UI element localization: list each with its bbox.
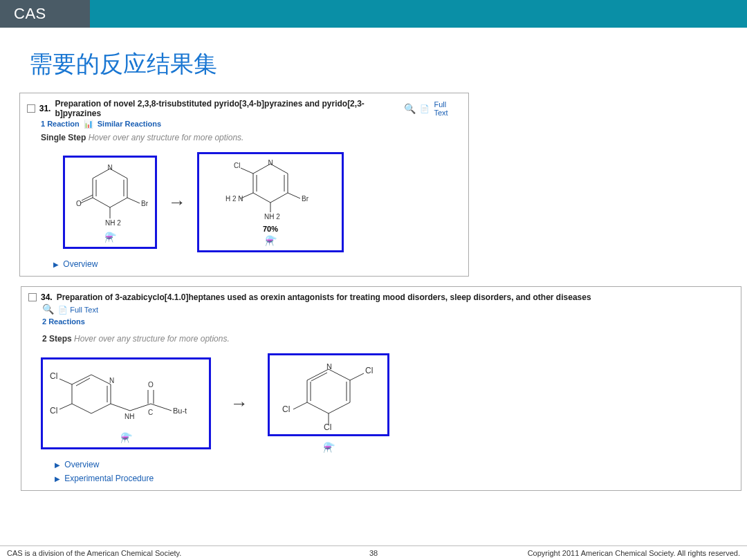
magnify-icon[interactable]: 🔍 <box>42 304 54 315</box>
svg-text:NH 2: NH 2 <box>264 213 280 221</box>
fulltext-icon[interactable]: 📄 <box>58 306 68 314</box>
reaction-links: 1 Reaction 📊 Similar Reactions <box>27 118 461 130</box>
step-label: Single Step Hover over any structure for… <box>27 130 461 152</box>
svg-text:H 2 N: H 2 N <box>225 195 243 203</box>
flask-icon[interactable]: ⚗️ <box>120 432 132 443</box>
triangle-icon: ▶ <box>55 461 60 469</box>
molecule-svg: N Cl Cl Cl <box>277 361 380 430</box>
experimental-procedure-link[interactable]: Experimental Procedure <box>64 474 154 483</box>
yield-label: 70% <box>263 225 278 233</box>
reaction-arrow-icon: → <box>168 192 186 213</box>
reaction-row: N O Br NH 2 ⚗️ → N Cl H <box>27 152 461 252</box>
svg-text:Bu-t: Bu-t <box>173 407 187 415</box>
svg-marker-40 <box>307 369 350 413</box>
result-card-31: 31. Preparation of novel 2,3,8-trisubsti… <box>19 93 469 277</box>
result-number: 34. <box>41 292 53 302</box>
overview-link-row: ▶ Overview <box>28 453 734 472</box>
fulltext-icon[interactable]: 📄 <box>420 104 430 113</box>
svg-text:NH 2: NH 2 <box>105 219 121 227</box>
structure-box-product[interactable]: N Cl H 2 N Br NH 2 70% ⚗️ <box>197 152 344 252</box>
molecule-svg: Cl Cl N NH C O Bu-t <box>50 365 202 430</box>
exp-proc-link-row: ▶ Experimental Procedure <box>28 472 734 486</box>
step-count: 2 Steps <box>42 334 72 344</box>
reaction-arrow-icon: → <box>230 393 248 414</box>
svg-line-26 <box>59 379 72 384</box>
reactions-link[interactable]: 2 Reactions <box>42 317 85 326</box>
footer-right: Copyright 2011 American Chemical Society… <box>528 549 740 557</box>
flask-icon[interactable]: ⚗️ <box>104 232 116 243</box>
svg-text:N: N <box>109 377 114 384</box>
slide-title: 需要的反应结果集 <box>0 28 747 93</box>
svg-text:N: N <box>326 362 332 371</box>
svg-text:O: O <box>76 200 82 207</box>
checkbox[interactable] <box>28 293 37 301</box>
svg-marker-0 <box>93 169 127 207</box>
reactions-link[interactable]: 1 Reaction <box>41 120 80 128</box>
svg-line-25 <box>76 378 90 386</box>
svg-text:N: N <box>268 160 273 167</box>
fulltext-link[interactable]: Full Text <box>434 100 461 117</box>
result-sublinks: 🔍 📄 Full Text <box>28 302 734 316</box>
step-count: Single Step <box>41 133 86 142</box>
svg-line-14 <box>241 168 253 174</box>
svg-text:Br: Br <box>302 195 309 203</box>
molecule-svg: N Cl H 2 N Br NH 2 <box>225 160 315 222</box>
svg-text:Cl: Cl <box>50 406 57 416</box>
magnify-icon[interactable]: 🔍 <box>404 103 416 114</box>
svg-line-44 <box>350 373 364 380</box>
result-header-row: 31. Preparation of novel 2,3,8-trisubsti… <box>27 99 461 118</box>
svg-text:N: N <box>107 164 112 171</box>
molecule-svg: N O Br NH 2 <box>72 163 148 230</box>
result-title[interactable]: Preparation of 3-azabicyclo[4.1.0]heptan… <box>57 292 591 302</box>
svg-line-27 <box>59 404 72 409</box>
svg-text:NH: NH <box>124 413 134 420</box>
step-label: 2 Steps Hover over any structure for mor… <box>28 327 734 353</box>
overview-link[interactable]: Overview <box>63 259 98 269</box>
similar-link[interactable]: Similar Reactions <box>98 120 161 128</box>
footer-left: CAS is a division of the American Chemic… <box>7 549 181 557</box>
overview-link-row: ▶ Overview <box>27 252 461 272</box>
result-card-34: 34. Preparation of 3-azabicyclo[4.1.0]he… <box>21 286 741 491</box>
triangle-icon: ▶ <box>53 261 59 268</box>
svg-text:Cl: Cl <box>282 404 290 414</box>
structure-box-product[interactable]: N Cl Cl Cl <box>268 353 389 436</box>
svg-text:Cl: Cl <box>234 162 240 169</box>
header-accent-bar <box>90 0 747 28</box>
svg-line-4 <box>82 195 93 200</box>
svg-marker-23 <box>72 375 111 413</box>
svg-text:C: C <box>148 409 153 416</box>
reaction-links: 2 Reactions <box>28 316 734 327</box>
structure-column-product: N Cl Cl Cl ⚗️ <box>268 353 389 453</box>
svg-line-32 <box>151 404 172 411</box>
overview-link[interactable]: Overview <box>64 460 99 469</box>
flask-icon[interactable]: ⚗️ <box>323 442 335 453</box>
cas-logo: CAS <box>0 0 90 28</box>
svg-line-5 <box>127 198 140 203</box>
svg-text:Cl: Cl <box>324 422 331 430</box>
header-bar: CAS <box>0 0 747 28</box>
step-hint: Hover over any structure for more option… <box>89 133 244 142</box>
svg-marker-11 <box>253 164 288 203</box>
svg-text:Cl: Cl <box>365 366 373 375</box>
structure-box-reactant[interactable]: Cl Cl N NH C O Bu-t ⚗️ <box>41 357 211 449</box>
fulltext-link[interactable]: Full Text <box>70 306 98 314</box>
triangle-icon: ▶ <box>55 475 60 483</box>
step-hint: Hover over any structure for more option… <box>74 334 230 344</box>
result-header-row: 34. Preparation of 3-azabicyclo[4.1.0]he… <box>28 292 734 302</box>
reaction-row: Cl Cl N NH C O Bu-t ⚗️ → <box>28 353 734 453</box>
svg-line-16 <box>288 193 300 198</box>
footer-page-number: 38 <box>369 549 378 557</box>
svg-text:O: O <box>148 381 154 389</box>
similar-icon: 📊 <box>84 120 93 128</box>
svg-line-45 <box>293 402 307 409</box>
structure-box-reactant[interactable]: N O Br NH 2 ⚗️ <box>63 156 157 249</box>
checkbox[interactable] <box>27 104 35 113</box>
flask-icon[interactable]: ⚗️ <box>265 235 277 246</box>
result-number: 31. <box>39 104 51 113</box>
svg-line-28 <box>111 404 130 411</box>
svg-text:Cl: Cl <box>50 371 57 381</box>
result-title[interactable]: Preparation of novel 2,3,8-trisubstitute… <box>55 99 400 118</box>
footer: CAS is a division of the American Chemic… <box>0 545 747 560</box>
svg-text:Br: Br <box>141 200 148 207</box>
